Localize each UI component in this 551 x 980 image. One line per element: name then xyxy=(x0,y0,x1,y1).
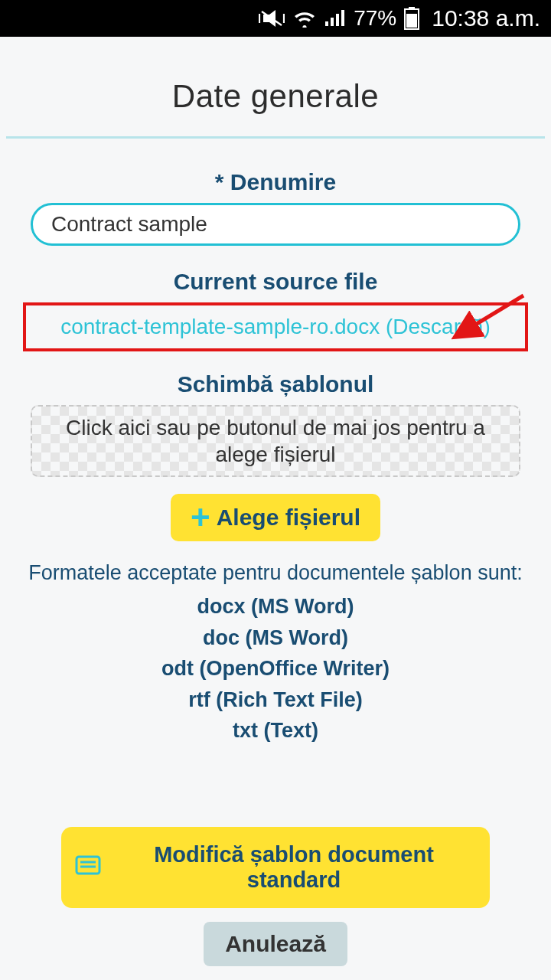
svg-rect-6 xyxy=(406,14,417,28)
svg-line-7 xyxy=(458,296,523,335)
form-panel: Date generale Denumire Current source fi… xyxy=(0,37,551,980)
divider xyxy=(6,136,545,139)
status-bar: 77% 10:38 a.m. xyxy=(0,0,551,37)
source-filename: contract-template-sample-ro.docx xyxy=(60,315,380,338)
clock: 10:38 a.m. xyxy=(432,5,540,31)
format-item: docx (MS Word) xyxy=(6,591,545,622)
svg-rect-3 xyxy=(341,10,344,26)
choose-file-button[interactable]: + Alege fișierul xyxy=(171,494,380,541)
modify-template-button[interactable]: Modifică șablon document standard xyxy=(61,827,490,908)
vibrate-silent-icon xyxy=(259,8,285,28)
format-item: rtf (Rich Text File) xyxy=(6,684,545,716)
svg-rect-1 xyxy=(331,18,334,26)
svg-rect-0 xyxy=(325,21,328,26)
wifi-icon xyxy=(292,9,317,28)
cancel-button[interactable]: Anulează xyxy=(204,922,347,966)
file-dropzone[interactable]: Click aici sau pe butonul de mai jos pen… xyxy=(31,405,520,477)
svg-rect-8 xyxy=(77,857,99,874)
annotation-arrow-icon xyxy=(444,291,528,345)
battery-percent: 77% xyxy=(354,6,396,31)
change-template-label: Schimbă șablonul xyxy=(6,371,545,397)
name-input[interactable] xyxy=(31,203,520,246)
formats-intro: Formatele acceptate pentru documentele ș… xyxy=(18,561,533,585)
page-title: Date generale xyxy=(6,78,545,115)
plus-icon: + xyxy=(191,508,210,528)
name-label: Denumire xyxy=(6,169,545,195)
format-item: doc (MS Word) xyxy=(6,622,545,654)
cell-signal-icon xyxy=(324,9,346,28)
choose-file-label: Alege fișierul xyxy=(217,505,360,531)
format-item: odt (OpenOffice Writer) xyxy=(6,653,545,684)
modify-template-label: Modifică șablon document standard xyxy=(112,842,476,893)
svg-rect-2 xyxy=(336,14,339,26)
format-item: txt (Text) xyxy=(6,715,545,746)
battery-icon xyxy=(404,7,419,30)
document-icon xyxy=(75,854,101,882)
